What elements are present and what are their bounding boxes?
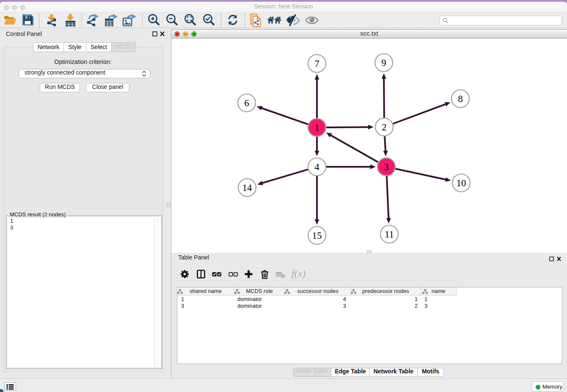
svg-text:10: 10	[457, 178, 466, 188]
svg-text:8: 8	[458, 94, 463, 104]
svg-text:7: 7	[314, 58, 319, 69]
svg-text:15: 15	[312, 230, 322, 241]
svg-text:6: 6	[244, 98, 249, 108]
svg-text:1: 1	[314, 122, 319, 133]
svg-text:4: 4	[314, 162, 319, 172]
svg-text:14: 14	[242, 182, 253, 193]
svg-text:2: 2	[382, 122, 387, 133]
svg-text:11: 11	[385, 229, 394, 240]
svg-text:3: 3	[384, 162, 389, 172]
svg-text:9: 9	[381, 58, 386, 68]
